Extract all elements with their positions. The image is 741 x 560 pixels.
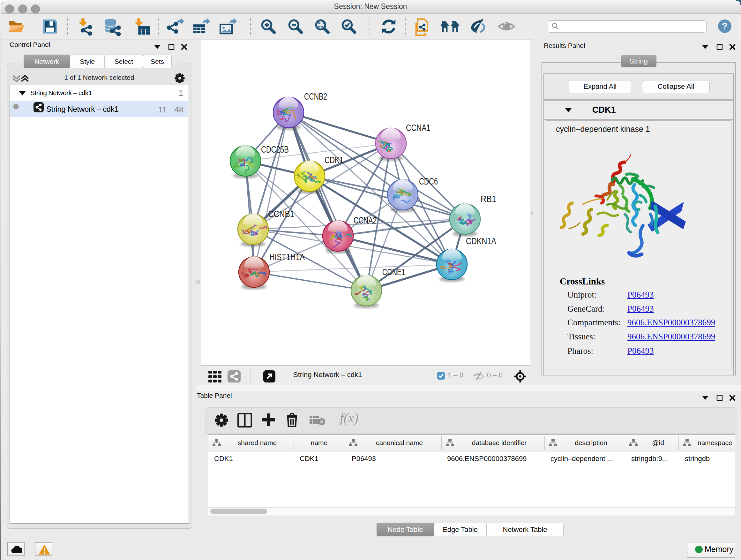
svg-text:CCNB1: CCNB1 [268, 209, 294, 219]
svg-text:HIST1H1A: HIST1H1A [269, 252, 305, 262]
svg-text:CCNA2: CCNA2 [354, 215, 377, 226]
svg-text:CDK1: CDK1 [325, 155, 343, 165]
svg-text:RB1: RB1 [481, 194, 496, 204]
svg-text:CCNE1: CCNE1 [382, 267, 405, 277]
svg-text:CCNA1: CCNA1 [406, 123, 430, 133]
svg-text:CDC6: CDC6 [419, 176, 438, 186]
svg-text:CDC25B: CDC25B [261, 144, 289, 154]
svg-text:?: ? [722, 21, 728, 31]
svg-text:CCNB2: CCNB2 [304, 91, 327, 102]
svg-text:CDKN1A: CDKN1A [466, 236, 496, 246]
